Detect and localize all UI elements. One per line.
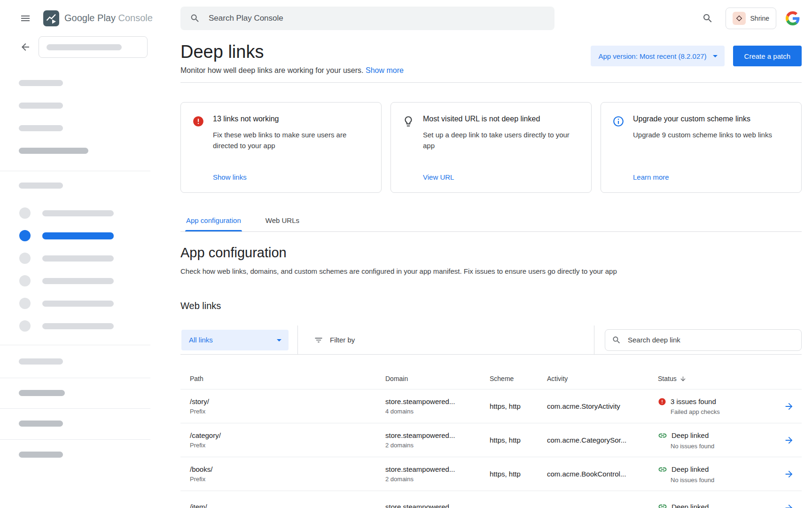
header-actions: App version: Most recent (8.2.027) Creat… xyxy=(591,46,802,66)
skeleton-section-label xyxy=(19,358,63,365)
card-title: 13 links not working xyxy=(213,115,370,123)
domain-count: 4 domains xyxy=(385,408,490,415)
error-icon xyxy=(192,115,204,181)
links-filter-dropdown[interactable]: All links xyxy=(181,330,289,350)
app-selector-label: Shrine xyxy=(750,15,769,22)
nav-item-icon-placeholder xyxy=(19,207,31,219)
chevron-down-icon xyxy=(273,334,285,346)
deep-link-search[interactable] xyxy=(605,329,802,351)
scheme-value: https, http xyxy=(490,436,547,444)
column-header-domain: Domain xyxy=(385,375,490,382)
links-filter-value: All links xyxy=(189,336,213,344)
skeleton-bar xyxy=(47,44,122,50)
console-search-input[interactable] xyxy=(208,13,545,24)
status-detail: Failed app checks xyxy=(658,408,780,415)
card-title: Upgrade your custom scheme links xyxy=(633,115,790,123)
filter-bar-divider xyxy=(297,325,298,354)
table-row[interactable]: /story/ Prefix store.steampowered... 4 d… xyxy=(180,389,802,423)
column-header-status-sort[interactable]: Status xyxy=(658,375,687,382)
sidebar-nav-item-selected[interactable] xyxy=(0,224,150,247)
sidebar-nav-item-skeleton[interactable] xyxy=(0,247,150,270)
chevron-down-icon xyxy=(710,50,721,62)
app-selector-skeleton[interactable] xyxy=(39,36,148,58)
shrine-app-icon xyxy=(733,12,746,25)
global-search-button[interactable] xyxy=(699,10,716,27)
table-row[interactable]: /item/ store.steampowered... Deep linked xyxy=(180,491,802,508)
lightbulb-icon xyxy=(402,115,414,181)
skeleton-bar xyxy=(42,255,114,262)
row-arrow-icon[interactable] xyxy=(784,503,794,508)
hamburger-icon xyxy=(20,13,31,24)
sidebar-divider xyxy=(0,378,150,378)
domain-value: store.steampowered... xyxy=(385,465,490,473)
card-body: Fix these web links to make sure users a… xyxy=(213,130,370,151)
card-body: Upgrade 9 custom scheme links to web lin… xyxy=(633,130,790,141)
topbar-left: Google Play Console xyxy=(0,10,180,27)
deep-link-search-input[interactable] xyxy=(627,335,795,344)
search-icon xyxy=(612,335,621,345)
filter-by-button[interactable]: Filter by xyxy=(311,335,358,345)
sidebar-nav-item-skeleton[interactable] xyxy=(0,315,150,337)
show-links-link[interactable]: Show links xyxy=(213,173,370,181)
sidebar-nav-item-skeleton[interactable] xyxy=(0,270,150,292)
column-header-activity: Activity xyxy=(547,375,658,382)
console-search-bar[interactable] xyxy=(180,7,554,30)
skeleton-bar xyxy=(42,278,114,284)
app-version-dropdown[interactable]: App version: Most recent (8.2.027) xyxy=(591,46,724,66)
status-value: Deep linked xyxy=(671,465,709,473)
skeleton-bar xyxy=(42,301,114,307)
filter-by-label: Filter by xyxy=(330,336,355,344)
skeleton-bar xyxy=(19,125,63,131)
header-divider xyxy=(180,82,802,83)
column-header-status: Status xyxy=(658,375,677,382)
row-arrow-icon[interactable] xyxy=(784,435,794,445)
card-body: Set up a deep link to take users directl… xyxy=(423,130,580,151)
google-account-avatar[interactable] xyxy=(786,11,800,25)
main-content: Deep links Monitor how well deep links a… xyxy=(150,36,812,508)
activity-value: com.acme.CategorySor... xyxy=(547,436,658,444)
sidebar-divider xyxy=(0,408,150,409)
tab-bar: App configuration Web URLs xyxy=(180,216,802,232)
section-title: App configuration xyxy=(180,245,802,261)
table-row[interactable]: /category/ Prefix store.steampowered... … xyxy=(180,423,802,457)
column-header-path: Path xyxy=(180,375,385,382)
sidebar-divider xyxy=(0,345,150,345)
domain-value: store.steampowered... xyxy=(385,431,490,439)
app-version-label: App version: Most recent (8.2.027) xyxy=(598,52,706,60)
card-title: Most visited URL is not deep linked xyxy=(423,115,580,123)
domain-value: store.steampowered... xyxy=(385,397,490,405)
domain-count: 2 domains xyxy=(385,476,490,483)
search-icon xyxy=(702,13,713,24)
nav-item-icon-placeholder xyxy=(19,298,31,309)
back-arrow-icon xyxy=(20,41,31,53)
tab-app-configuration[interactable]: App configuration xyxy=(185,216,242,231)
web-links-table: Path Domain Scheme Activity Status /stor… xyxy=(180,355,802,508)
learn-more-link[interactable]: Learn more xyxy=(633,173,790,181)
domain-count: 2 domains xyxy=(385,442,490,449)
skeleton-bar xyxy=(19,148,88,154)
app-selector-chip[interactable]: Shrine xyxy=(726,8,776,29)
nav-item-icon-placeholder xyxy=(19,320,31,332)
view-url-link[interactable]: View URL xyxy=(423,173,580,181)
nav-item-icon-placeholder xyxy=(19,275,31,286)
scheme-value: https, http xyxy=(490,470,547,478)
activity-value: com.acme.StoryActivity xyxy=(547,402,658,410)
create-patch-button[interactable]: Create a patch xyxy=(733,46,802,66)
row-arrow-icon[interactable] xyxy=(784,401,794,412)
skeleton-section-label xyxy=(19,183,63,189)
topbar-right: Shrine xyxy=(699,8,812,29)
skeleton-bar xyxy=(42,323,114,329)
sidebar-nav-item-skeleton[interactable] xyxy=(0,292,150,315)
menu-button[interactable] xyxy=(17,10,34,27)
table-row[interactable]: /books/ Prefix store.steampowered... 2 d… xyxy=(180,457,802,491)
play-console-logo[interactable]: Google Play Console xyxy=(43,10,153,26)
card-upgrade-schemes: Upgrade your custom scheme links Upgrade… xyxy=(601,102,802,193)
card-most-visited-url: Most visited URL is not deep linked Set … xyxy=(390,102,592,193)
play-console-logo-icon xyxy=(43,10,59,26)
show-more-link[interactable]: Show more xyxy=(366,66,404,74)
sidebar-nav-group xyxy=(0,202,150,337)
sidebar-nav-item-skeleton[interactable] xyxy=(0,202,150,224)
tab-web-urls[interactable]: Web URLs xyxy=(265,216,300,231)
row-arrow-icon[interactable] xyxy=(784,469,794,479)
back-button[interactable] xyxy=(17,39,34,56)
